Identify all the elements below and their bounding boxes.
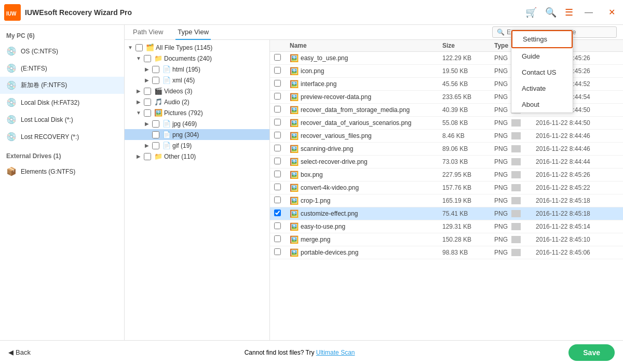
file-checkbox-7[interactable] xyxy=(274,145,281,151)
file-size-8: 73.03 KB xyxy=(442,158,494,165)
file-row-11[interactable]: 🖼️ crop-1.png 165.19 KB PNG 2016-11-22 8… xyxy=(270,194,623,207)
file-type-icon-8: 🖼️ xyxy=(290,158,299,166)
tree-arrow-0[interactable]: ▼ xyxy=(127,45,134,50)
tree-checkbox-3[interactable] xyxy=(152,77,159,84)
file-checkbox-13[interactable] xyxy=(274,222,281,229)
file-type-preview-11 xyxy=(511,197,521,204)
file-checkbox-8[interactable] xyxy=(274,158,281,164)
file-checkbox-2[interactable] xyxy=(274,80,281,87)
ultimate-scan-link[interactable]: Ultimate Scan xyxy=(316,349,355,356)
minimize-button[interactable]: — xyxy=(581,5,596,20)
tree-checkbox-6[interactable] xyxy=(144,109,151,117)
file-row-5[interactable]: 🖼️ recover_data_of_various_scenarios.png… xyxy=(270,117,623,130)
tree-arrow-4[interactable]: ▶ xyxy=(135,88,142,94)
tree-checkbox-10[interactable] xyxy=(144,153,151,160)
file-checkbox-1[interactable] xyxy=(274,67,281,74)
tree-item-1[interactable]: ▼ 📁 Documents (240) xyxy=(125,53,269,64)
file-name-14: merge.png xyxy=(301,236,330,243)
file-row-12[interactable]: 🖼️ customize-effect.png 75.41 KB PNG 201… xyxy=(270,207,623,220)
tree-checkbox-1[interactable] xyxy=(144,55,151,62)
tree-checkbox-9[interactable] xyxy=(152,142,159,149)
tree-item-5[interactable]: ▶ 🎵 Audio (2) xyxy=(125,96,269,107)
file-checkbox-12[interactable] xyxy=(274,209,281,216)
dropdown-settings[interactable]: Settings xyxy=(511,30,573,48)
search-icon[interactable]: 🔍 xyxy=(545,7,557,18)
tree-arrow-3[interactable]: ▶ xyxy=(143,77,151,83)
file-name-4: recover_data_from_storage_media.png xyxy=(301,106,410,114)
tree-icon-10: 📁 xyxy=(154,152,162,160)
tree-checkbox-8[interactable] xyxy=(152,131,159,138)
file-checkbox-5[interactable] xyxy=(274,119,281,125)
tree-arrow-5[interactable]: ▶ xyxy=(135,99,142,105)
tree-arrow-9[interactable]: ▶ xyxy=(143,143,151,148)
tree-item-3[interactable]: ▶ 📄 xml (45) xyxy=(125,75,269,86)
cart-icon[interactable]: 🛒 xyxy=(525,7,537,18)
tree-arrow-6[interactable]: ▼ xyxy=(135,110,142,116)
dropdown-contact[interactable]: Contact US xyxy=(511,64,573,80)
tab-path-view[interactable]: Path View xyxy=(131,25,165,40)
tree-item-4[interactable]: ▶ 🎬 Videos (3) xyxy=(125,86,269,96)
tree-arrow-2[interactable]: ▶ xyxy=(143,66,151,72)
dropdown-activate[interactable]: Activate xyxy=(511,80,573,96)
file-checkbox-6[interactable] xyxy=(274,132,281,138)
file-checkbox-14[interactable] xyxy=(274,235,281,242)
tree-item-9[interactable]: ▶ 📄 gif (19) xyxy=(125,140,269,151)
tree-checkbox-2[interactable] xyxy=(152,66,159,73)
tree-item-7[interactable]: ▶ 📄 jpg (469) xyxy=(125,118,269,129)
tree-arrow-1[interactable]: ▼ xyxy=(135,55,142,61)
file-type-preview-7 xyxy=(511,145,521,152)
tree-item-2[interactable]: ▶ 📄 html (195) xyxy=(125,64,269,75)
file-type-icon-13: 🖼️ xyxy=(290,222,299,231)
tree-panel: ▼ 🗂️ All File Types (1145) ▼ 📁 Documents… xyxy=(125,40,270,340)
file-date-15: 2016-11-22 8:45:06 xyxy=(536,249,619,256)
file-name-12: customize-effect.png xyxy=(301,210,358,217)
sidebar-label-lost-local: Lost Local Disk (*:) xyxy=(21,116,118,123)
file-checkbox-15[interactable] xyxy=(274,248,281,255)
tree-item-0[interactable]: ▼ 🗂️ All File Types (1145) xyxy=(125,42,269,53)
sidebar-item-c[interactable]: 💿 OS (C:NTFS) xyxy=(0,43,124,60)
file-checkbox-10[interactable] xyxy=(274,184,281,190)
file-row-8[interactable]: 🖼️ select-recover-drive.png 73.03 KB PNG… xyxy=(270,156,623,169)
file-checkbox-11[interactable] xyxy=(274,197,281,203)
disk-icon-lost-recovery: 💿 xyxy=(6,132,17,142)
file-checkbox-3[interactable] xyxy=(274,93,281,100)
sidebar-item-e[interactable]: 💿 (E:NTFS) xyxy=(0,60,124,77)
file-name-3: preview-recover-data.png xyxy=(301,93,371,101)
sidebar-item-lost-local[interactable]: 💿 Lost Local Disk (*:) xyxy=(0,111,124,128)
file-row-6[interactable]: 🖼️ recover_various_files.png 8.46 KB PNG… xyxy=(270,130,623,143)
tree-checkbox-5[interactable] xyxy=(144,99,151,106)
file-row-7[interactable]: 🖼️ scanning-drive.png 89.06 KB PNG 2016-… xyxy=(270,143,623,156)
sidebar-item-lost-recovery[interactable]: 💿 Lost RECOVERY (*:) xyxy=(0,128,124,145)
close-button[interactable]: ✕ xyxy=(604,5,619,20)
save-button[interactable]: Save xyxy=(568,344,615,361)
tree-checkbox-4[interactable] xyxy=(144,88,151,95)
file-checkbox-0[interactable] xyxy=(274,54,281,61)
file-checkbox-9[interactable] xyxy=(274,171,281,177)
back-button[interactable]: ◀ Back xyxy=(8,348,31,356)
file-date-11: 2016-11-22 8:45:18 xyxy=(536,197,619,204)
tab-type-view[interactable]: Type View xyxy=(175,25,211,40)
tree-checkbox-0[interactable] xyxy=(136,44,143,51)
tree-arrow-10[interactable]: ▶ xyxy=(135,153,142,159)
dropdown-about[interactable]: About xyxy=(511,96,573,113)
file-row-10[interactable]: 🖼️ convert-4k-video.png 157.76 KB PNG 20… xyxy=(270,181,623,194)
file-checkbox-4[interactable] xyxy=(274,106,281,113)
sidebar-item-g[interactable]: 📦 Elements (G:NTFS) xyxy=(0,163,124,180)
sidebar-item-f[interactable]: 💿 新加卷 (F:NTFS) xyxy=(0,77,124,94)
file-type-icon-5: 🖼️ xyxy=(290,119,299,127)
file-row-14[interactable]: 🖼️ merge.png 150.28 KB PNG 2016-11-22 8:… xyxy=(270,233,623,246)
file-row-9[interactable]: 🖼️ box.png 227.95 KB PNG 2016-11-22 8:45… xyxy=(270,169,623,181)
tree-arrow-7[interactable]: ▶ xyxy=(143,121,151,127)
file-date-13: 2016-11-22 8:45:14 xyxy=(536,223,619,230)
sidebar-item-h[interactable]: 💿 Local Disk (H:FAT32) xyxy=(0,94,124,111)
tree-checkbox-7[interactable] xyxy=(152,120,159,128)
file-row-13[interactable]: 🖼️ easy-to-use.png 129.31 KB PNG 2016-11… xyxy=(270,220,623,233)
file-checkbox-cell-9 xyxy=(274,171,290,179)
tree-item-6[interactable]: ▼ 🖼️ Pictures (792) xyxy=(125,107,269,118)
tree-item-10[interactable]: ▶ 📁 Other (110) xyxy=(125,151,269,162)
dropdown-guide[interactable]: Guide xyxy=(511,48,573,64)
file-row-15[interactable]: 🖼️ portable-devices.png 98.83 KB PNG 201… xyxy=(270,246,623,259)
menu-icon[interactable]: ☰ xyxy=(565,7,573,18)
disk-icon-lost-local: 💿 xyxy=(6,115,17,124)
tree-item-8[interactable]: 📄 png (304) xyxy=(125,129,269,140)
